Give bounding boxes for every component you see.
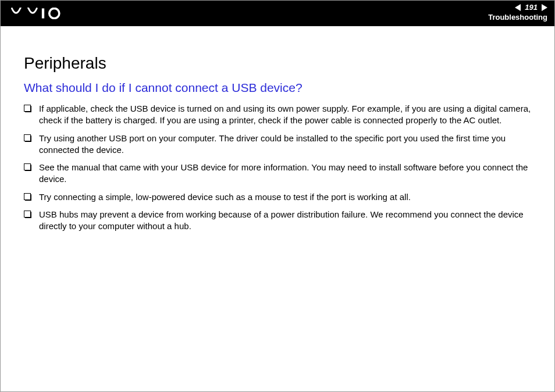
section-label: Troubleshooting: [488, 13, 547, 22]
vaio-logo: [11, 1, 69, 26]
list-item: Try connecting a simple, low-powered dev…: [24, 191, 531, 203]
bullet-text: See the manual that came with your USB d…: [39, 162, 531, 186]
svg-point-1: [49, 8, 59, 18]
bullet-text: Try using another USB port on your compu…: [39, 133, 531, 156]
header-bar: 191 Troubleshooting: [1, 1, 554, 26]
bullet-icon: [24, 163, 31, 170]
next-page-arrow-icon[interactable]: [542, 4, 547, 11]
page-number: 191: [523, 3, 539, 12]
list-item: See the manual that came with your USB d…: [24, 162, 531, 186]
svg-rect-0: [42, 8, 44, 18]
list-item: USB hubs may prevent a device from worki…: [24, 209, 531, 233]
prev-page-arrow-icon[interactable]: [515, 4, 521, 11]
list-item: If applicable, check the USB device is t…: [24, 103, 531, 127]
bullet-list: If applicable, check the USB device is t…: [24, 103, 531, 232]
bullet-text: USB hubs may prevent a device from worki…: [39, 209, 531, 233]
header-right: 191 Troubleshooting: [488, 1, 547, 22]
list-item: Try using another USB port on your compu…: [24, 133, 531, 156]
bullet-icon: [24, 134, 31, 141]
page-nav: 191: [515, 3, 547, 12]
subheading: What should I do if I cannot connect a U…: [24, 81, 531, 95]
bullet-text: Try connecting a simple, low-powered dev…: [39, 191, 531, 203]
bullet-icon: [24, 193, 31, 200]
bullet-icon: [24, 105, 31, 112]
content-area: Peripherals What should I do if I cannot…: [1, 26, 554, 250]
bullet-icon: [24, 211, 31, 218]
bullet-text: If applicable, check the USB device is t…: [39, 103, 531, 127]
page-title: Peripherals: [24, 54, 531, 73]
